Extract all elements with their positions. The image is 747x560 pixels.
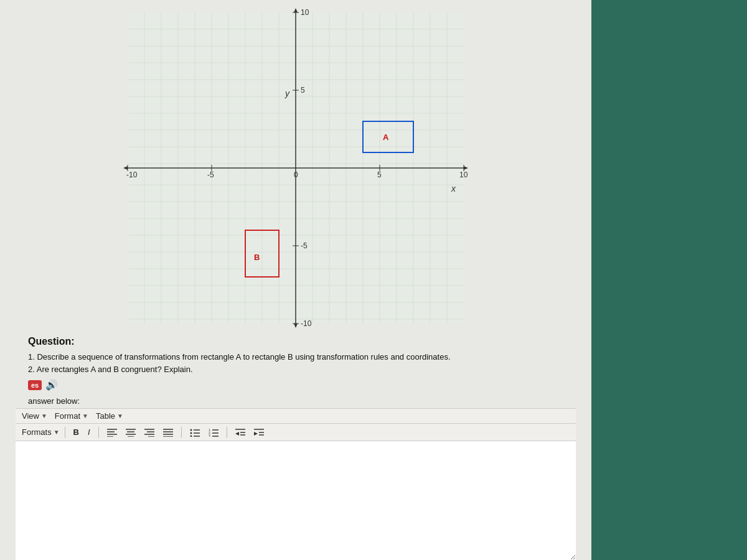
svg-text:x: x (451, 184, 456, 194)
svg-text:10: 10 (459, 170, 468, 179)
separator-4 (227, 427, 227, 438)
right-panel (591, 0, 747, 560)
svg-point-80 (190, 429, 192, 431)
svg-text:10: 10 (301, 8, 309, 17)
align-justify-button[interactable] (160, 427, 176, 438)
view-dropdown-arrow: ▼ (41, 413, 47, 419)
svg-text:y: y (284, 88, 290, 98)
graph-container: -10 -5 0 5 10 10 5 -5 -10 x y A (109, 6, 482, 330)
align-left-button[interactable] (104, 427, 120, 438)
svg-text:-5: -5 (207, 170, 214, 179)
format-menu[interactable]: Format ▼ (55, 411, 88, 421)
svg-text:A: A (383, 133, 389, 142)
answer-textarea[interactable] (16, 441, 576, 560)
answer-label: answer below: (16, 394, 576, 408)
svg-text:-10: -10 (126, 170, 138, 179)
svg-marker-97 (254, 432, 258, 436)
formats-menu[interactable]: Formats ▼ (22, 427, 60, 437)
italic-button[interactable]: I (85, 426, 93, 438)
separator-2 (98, 427, 99, 438)
es-badge[interactable]: es (28, 380, 42, 390)
formats-label: Formats (22, 427, 52, 437)
format-dropdown-arrow: ▼ (82, 413, 88, 419)
view-label: View (22, 411, 39, 421)
svg-text:B: B (254, 253, 260, 262)
coordinate-graph: -10 -5 0 5 10 10 5 -5 -10 x y A (109, 6, 482, 330)
svg-marker-62 (294, 8, 298, 12)
separator-1 (65, 427, 65, 438)
svg-marker-93 (235, 432, 239, 436)
svg-marker-60 (464, 166, 468, 170)
question-line-1: 1. Describe a sequence of transformation… (28, 351, 563, 363)
speaker-icon[interactable]: 🔊 (45, 379, 58, 391)
numbered-list-button[interactable]: 1.2.3. (205, 427, 222, 438)
bullet-list-button[interactable] (187, 427, 203, 438)
svg-point-82 (190, 432, 192, 434)
svg-text:5: 5 (377, 170, 382, 179)
svg-point-84 (190, 435, 192, 437)
svg-text:0: 0 (294, 170, 298, 179)
table-label: Table (96, 411, 115, 421)
table-menu[interactable]: Table ▼ (96, 411, 123, 421)
view-menu[interactable]: View ▼ (22, 411, 47, 421)
bold-button[interactable]: B (70, 426, 82, 438)
formatting-row: Formats ▼ B I 1.2.3. (16, 424, 576, 441)
format-label: Format (55, 411, 80, 421)
svg-marker-61 (123, 166, 128, 170)
svg-marker-63 (294, 324, 298, 328)
svg-text:-5: -5 (301, 241, 308, 250)
indent-decrease-button[interactable] (232, 427, 248, 438)
svg-text:5: 5 (301, 86, 305, 95)
question-line-2: 2. Are rectangles A and B congruent? Exp… (28, 363, 563, 376)
table-dropdown-arrow: ▼ (117, 413, 123, 419)
main-content: -10 -5 0 5 10 10 5 -5 -10 x y A (0, 0, 591, 560)
align-right-button[interactable] (141, 427, 157, 438)
align-center-button[interactable] (123, 427, 139, 438)
es-button-row: es 🔊 (28, 379, 563, 391)
toolbar-row: View ▼ Format ▼ Table ▼ (16, 408, 576, 424)
formats-dropdown-arrow: ▼ (54, 429, 60, 436)
question-title: Question: (28, 336, 563, 347)
separator-3 (181, 427, 182, 438)
svg-text:-10: -10 (301, 319, 312, 328)
indent-increase-button[interactable] (251, 427, 267, 438)
svg-text:3.: 3. (209, 434, 211, 437)
question-section: Question: 1. Describe a sequence of tran… (16, 330, 576, 394)
